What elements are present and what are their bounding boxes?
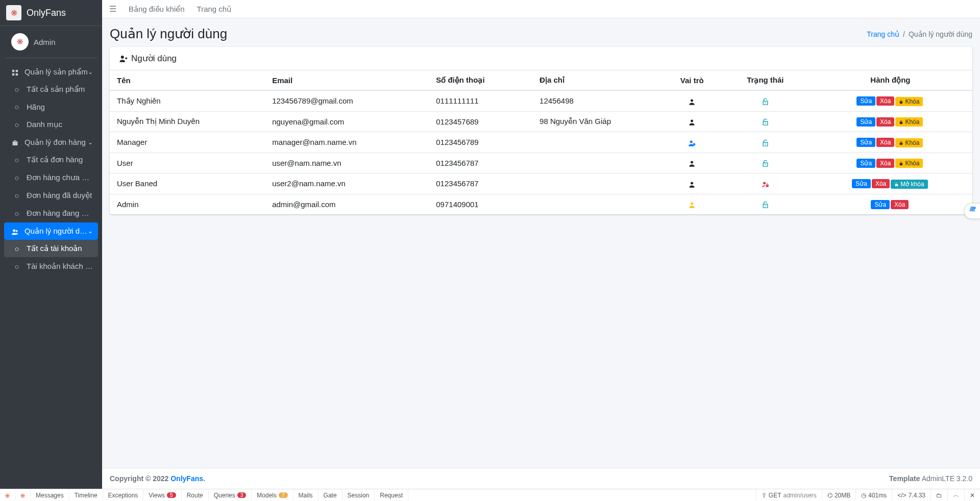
chevron-down-icon: ⌄ <box>88 228 93 235</box>
table-row: Nguyễn Thị Minh Duyênnguyena@gmail.com01… <box>110 111 972 132</box>
queries-count-badge: 3 <box>237 492 247 498</box>
cell-phone: 0111111111 <box>429 90 532 111</box>
sidebar-item-orders[interactable]: Quản lý đơn hàng ⌄ <box>4 134 98 151</box>
debugbar-tab-models[interactable]: Models7 <box>252 489 293 501</box>
debugbar-tab-exceptions[interactable]: Exceptions <box>103 489 144 501</box>
sidebar: ❋ OnlyFans ❋ Admin Quản lý sản phẩm ⌄ ○T… <box>0 0 102 501</box>
svg-point-26 <box>973 207 976 209</box>
sidebar-item-all-accounts[interactable]: ○Tất cả tài khoản <box>4 240 98 257</box>
lock-icon <box>899 98 903 104</box>
lock-button[interactable]: Khóa <box>895 97 923 106</box>
topnav-dashboard-link[interactable]: Bảng điều khiển <box>129 5 185 14</box>
close-icon: ✕ <box>970 492 975 499</box>
copyright-text: Copyright © 2022 <box>110 474 170 483</box>
brand[interactable]: ❋ OnlyFans <box>0 0 102 26</box>
debugbar-request-info[interactable]: ⇪GET admin/users <box>756 489 822 501</box>
chevron-down-icon: ⌄ <box>88 139 93 146</box>
cell-role <box>662 173 722 194</box>
debugbar-php-version[interactable]: </>7.4.33 <box>892 489 930 501</box>
cell-actions: SửaXóaKhóa <box>808 132 972 153</box>
table-row: Adminadmin@gmail.com0971409001SửaXóa <box>110 194 972 214</box>
cell-role <box>662 90 722 111</box>
cell-email: nguyena@gmail.com <box>265 111 429 132</box>
sidebar-item-all-products[interactable]: ○Tất cả sản phẩm <box>4 81 98 98</box>
unlock-button[interactable]: Mở khóa <box>891 180 927 189</box>
copyright-link[interactable]: OnlyFans <box>170 474 203 483</box>
debugbar-tab-messages[interactable]: Messages <box>31 489 69 501</box>
lock-button[interactable]: Khóa <box>895 138 923 147</box>
card-title: Người dùng <box>131 53 177 64</box>
lock-icon <box>899 119 903 125</box>
debugbar-tab-gate[interactable]: Gate <box>318 489 342 501</box>
debugbar-time[interactable]: ◷401ms <box>855 489 892 501</box>
clock-icon: ◷ <box>861 492 866 499</box>
edit-button[interactable]: Sửa <box>856 96 875 106</box>
cell-phone: 0123456787 <box>429 173 532 194</box>
lock-button[interactable]: Khóa <box>895 117 923 127</box>
debugbar-tab-timeline[interactable]: Timeline <box>69 489 103 501</box>
edit-button[interactable]: Sửa <box>856 159 875 168</box>
svg-rect-16 <box>900 143 902 145</box>
menu-toggle-icon[interactable]: ☰ <box>109 4 116 14</box>
sidebar-item-label: Đơn hàng đang giao <box>27 209 93 218</box>
sidebar-item-shipping-orders[interactable]: ○Đơn hàng đang giao <box>4 205 98 222</box>
svg-rect-19 <box>900 163 902 165</box>
cell-actions: SửaXóaKhóa <box>808 90 972 111</box>
card-header: Người dùng <box>110 47 972 70</box>
delete-button[interactable]: Xóa <box>876 117 894 127</box>
debugbar-tab-queries[interactable]: Queries3 <box>209 489 252 501</box>
delete-button[interactable]: Xóa <box>876 159 894 168</box>
debugbar-tab-route[interactable]: Route <box>182 489 209 501</box>
svg-point-8 <box>765 102 766 103</box>
folder-icon: 🗀 <box>936 492 942 499</box>
debugbar-tab-views[interactable]: Views5 <box>143 489 181 501</box>
delete-button[interactable]: Xóa <box>876 138 894 147</box>
sidebar-item-customer-accounts[interactable]: ○Tài khoản khách hàng <box>4 258 98 275</box>
table-row: Useruser@nam.name.vn0123456787SửaXóaKhóa <box>110 153 972 173</box>
top-nav: ☰ Bảng điều khiển Trang chủ <box>102 0 980 18</box>
edit-button[interactable]: Sửa <box>856 138 875 147</box>
delete-button[interactable]: Xóa <box>891 200 909 209</box>
edit-button[interactable]: Sửa <box>852 179 871 188</box>
edit-button[interactable]: Sửa <box>856 117 875 127</box>
sidebar-item-approved-orders[interactable]: ○Đơn hàng đã duyệt <box>4 187 98 204</box>
sidebar-item-pending-orders[interactable]: ○Đơn hàng chưa duyệt <box>4 169 98 186</box>
sidebar-item-users[interactable]: Quản lý người dùng ⌄ <box>4 222 98 240</box>
cell-address <box>532 194 662 214</box>
breadcrumb-home-link[interactable]: Trang chủ <box>867 30 899 38</box>
delete-button[interactable]: Xóa <box>876 96 894 106</box>
cell-address <box>532 153 662 173</box>
edit-button[interactable]: Sửa <box>871 200 890 209</box>
cell-actions: SửaXóaKhóa <box>808 153 972 173</box>
floating-widget-button[interactable] <box>964 203 980 219</box>
debugbar-close-button[interactable]: ✕ <box>964 489 980 501</box>
sidebar-item-products[interactable]: Quản lý sản phẩm ⌄ <box>4 63 98 81</box>
sidebar-item-brands[interactable]: ○Hãng <box>4 98 98 115</box>
debugbar-tab-mails[interactable]: Mails <box>293 489 318 501</box>
svg-rect-3 <box>15 73 17 76</box>
user-panel[interactable]: ❋ Admin <box>5 26 97 58</box>
cell-status <box>722 173 808 194</box>
debugbar-collapse-button[interactable]: ︿ <box>947 489 964 501</box>
debugbar-folder-button[interactable]: 🗀 <box>930 489 947 501</box>
cell-status <box>722 153 808 173</box>
debugbar-tab-session[interactable]: Session <box>342 489 375 501</box>
sidebar-item-all-orders[interactable]: ○Tất cả đơn hàng <box>4 151 98 168</box>
sidebar-item-categories[interactable]: ○Danh mục <box>4 116 98 133</box>
cell-address: 12456498 <box>532 90 662 111</box>
cell-phone: 0123456787 <box>429 153 532 173</box>
laravel-icon[interactable]: ⎈ <box>15 489 31 501</box>
bell-icon <box>968 206 977 215</box>
content-header: Quản lý người dùng Trang chủ / Quản lý n… <box>102 18 980 47</box>
unlock-status-icon <box>762 158 769 167</box>
delete-button[interactable]: Xóa <box>872 179 890 188</box>
breadcrumb-separator: / <box>903 30 905 38</box>
debugbar-tab-request[interactable]: Request <box>375 489 408 501</box>
cell-phone: 0123456789 <box>429 132 532 153</box>
users-card: Người dùng Tên Email Số điện thoại Địa c… <box>110 47 972 214</box>
topnav-home-link[interactable]: Trang chủ <box>197 5 232 14</box>
laravel-icon[interactable]: ⎈ <box>0 489 15 501</box>
debugbar-memory[interactable]: ⌬20MB <box>822 489 855 501</box>
lock-button[interactable]: Khóa <box>895 159 923 168</box>
cell-name: User Baned <box>110 173 265 194</box>
